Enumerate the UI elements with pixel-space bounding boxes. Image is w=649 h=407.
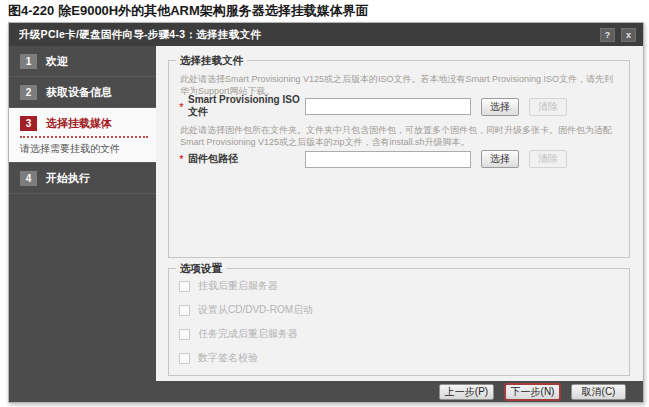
next-button[interactable]: 下一步(N) xyxy=(505,384,560,400)
step-label: 开始执行 xyxy=(46,171,90,186)
step-subtitle: 请选择需要挂载的文件 xyxy=(20,142,148,156)
firmware-path-field-row: * 固件包路径 选择 清除 xyxy=(175,150,623,168)
upgrade-wizard-dialog: 升级PCIe卡/硬盘固件向导-步骤4-3：选择挂载文件 ? x 1 欢迎 2 获… xyxy=(8,22,644,403)
step-number: 1 xyxy=(20,54,37,69)
wizard-steps-sidebar: 1 欢迎 2 获取设备信息 3 选择挂载媒体 请选择需要挂载的文件 4 开始执行 xyxy=(9,46,156,381)
prev-button[interactable]: 上一步(P) xyxy=(439,384,494,400)
step-number-active: 3 xyxy=(20,116,37,131)
option-label: 数字签名校验 xyxy=(198,351,258,365)
firmware-select-button[interactable]: 选择 xyxy=(481,150,519,168)
option-label: 设置从CD/DVD-ROM启动 xyxy=(198,303,313,317)
step-3-select-media-active: 3 选择挂载媒体 请选择需要挂载的文件 xyxy=(9,108,156,163)
iso-file-label: Smart Provisioning ISO文件 xyxy=(188,94,305,119)
figure-title: 除E9000H外的其他ARM架构服务器选择挂载媒体界面 xyxy=(58,3,369,18)
step-label-active: 选择挂载媒体 xyxy=(46,116,112,131)
required-mark: * xyxy=(175,101,188,113)
options-group: 选项设置 挂载后重启服务器 设置从CD/DVD-ROM启动 任务完成后重启服务器… xyxy=(168,268,630,376)
firmware-clear-button[interactable]: 清除 xyxy=(529,150,567,168)
close-icon[interactable]: x xyxy=(621,28,636,42)
select-files-group: 选择挂载文件 此处请选择Smart Provisioning V125或之后版本… xyxy=(168,60,630,258)
option-restart-after-task: 任务完成后重启服务器 xyxy=(179,327,298,341)
option-label: 任务完成后重启服务器 xyxy=(198,327,298,341)
firmware-path-input[interactable] xyxy=(305,151,471,168)
options-group-title: 选项设置 xyxy=(176,262,226,276)
required-mark: * xyxy=(175,153,188,165)
step-label: 欢迎 xyxy=(46,54,68,69)
dialog-body: 1 欢迎 2 获取设备信息 3 选择挂载媒体 请选择需要挂载的文件 4 开始执行 xyxy=(9,46,643,381)
checkbox-icon[interactable] xyxy=(179,353,190,364)
option-signature-check: 数字签名校验 xyxy=(179,351,258,365)
select-files-group-title: 选择挂载文件 xyxy=(176,54,247,68)
step-number: 2 xyxy=(20,85,37,100)
firmware-path-label: 固件包路径 xyxy=(188,152,305,166)
step-label: 获取设备信息 xyxy=(46,85,112,100)
active-step-divider xyxy=(20,136,148,138)
main-content: 选择挂载文件 此处请选择Smart Provisioning V125或之后版本… xyxy=(156,46,643,381)
dialog-footer: 上一步(P) 下一步(N) 取消(C) xyxy=(9,381,643,402)
checkbox-icon[interactable] xyxy=(179,305,190,316)
option-restart-after-mount: 挂载后重启服务器 xyxy=(179,279,278,293)
firmware-description: 此处请选择固件包所在文件夹。文件夹中只包含固件包，可放置多个固件包，同时升级多张… xyxy=(180,125,620,148)
figure-caption: 图4-220除E9000H外的其他ARM架构服务器选择挂载媒体界面 xyxy=(8,2,369,20)
step-2-device-info: 2 获取设备信息 xyxy=(9,77,156,108)
checkbox-icon[interactable] xyxy=(179,281,190,292)
iso-select-button[interactable]: 选择 xyxy=(481,98,519,116)
iso-clear-button[interactable]: 清除 xyxy=(529,98,567,116)
cancel-button[interactable]: 取消(C) xyxy=(571,384,626,400)
dialog-title: 升级PCIe卡/硬盘固件向导-步骤4-3：选择挂载文件 xyxy=(19,28,594,42)
checkbox-icon[interactable] xyxy=(179,329,190,340)
step-1-welcome: 1 欢迎 xyxy=(9,46,156,77)
iso-file-field-row: * Smart Provisioning ISO文件 选择 清除 xyxy=(175,94,623,119)
option-label: 挂载后重启服务器 xyxy=(198,279,278,293)
option-boot-from-cddvd: 设置从CD/DVD-ROM启动 xyxy=(179,303,313,317)
help-icon[interactable]: ? xyxy=(600,28,615,42)
step-number: 4 xyxy=(20,171,37,186)
step-4-execute: 4 开始执行 xyxy=(9,163,156,194)
dialog-titlebar: 升级PCIe卡/硬盘固件向导-步骤4-3：选择挂载文件 ? x xyxy=(9,23,643,46)
iso-file-input[interactable] xyxy=(305,98,471,115)
figure-label: 图4-220 xyxy=(8,3,54,18)
